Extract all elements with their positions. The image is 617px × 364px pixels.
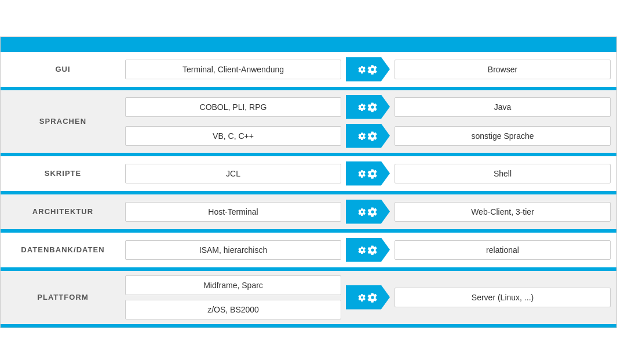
- section-content-skripte: JCL Shell: [125, 161, 616, 186]
- section-body-datenbank: DATENBANK/DATEN ISAM, hierarchisch relat…: [1, 233, 616, 267]
- section-body-sprachen: SPRACHEN COBOL, PLI, RPG Java VB, C, C++: [1, 90, 616, 153]
- section-label-sprachen: SPRACHEN: [1, 117, 125, 126]
- to-box-architektur-0: Web-Client, 3-tier: [395, 202, 611, 222]
- migration-row-architektur-0: Host-Terminal Web-Client, 3-tier: [125, 200, 611, 224]
- section-label-gui: GUI: [1, 65, 125, 73]
- from-box-plattform-0: Midframe, Sparc: [125, 275, 341, 295]
- from-box-skripte-0: JCL: [125, 164, 341, 183]
- gear-icon: [358, 207, 378, 217]
- to-box-sprachen-1: sonstige Sprache: [395, 126, 611, 146]
- migration-row-datenbank-0: ISAM, hierarchisch relational: [125, 238, 611, 262]
- multi-right: Server (Linux, ...): [395, 288, 611, 307]
- table-header: [1, 37, 616, 49]
- to-box-datenbank-0: relational: [395, 240, 611, 260]
- section-content-sprachen: COBOL, PLI, RPG Java VB, C, C++: [125, 95, 616, 148]
- arrow-icon: [346, 124, 390, 148]
- arrow-icon: [346, 200, 390, 224]
- section-body-skripte: SKRIPTE JCL Shell: [1, 156, 616, 191]
- multi-content-plattform: Midframe, Sparc z/OS, BS2000 Server (Lin…: [125, 275, 616, 319]
- section-body-plattform: PLATTFORM Midframe, Sparc z/OS, BS2000 S…: [1, 271, 616, 324]
- to-box-sprachen-0: Java: [395, 97, 611, 117]
- arrow-icon: [346, 238, 390, 262]
- from-box-sprachen-0: COBOL, PLI, RPG: [125, 97, 341, 117]
- from-box-architektur-0: Host-Terminal: [125, 202, 341, 222]
- from-box-gui-0: Terminal, Client-Anwendung: [125, 60, 341, 79]
- section-content-architektur: Host-Terminal Web-Client, 3-tier: [125, 200, 616, 224]
- migration-row-gui-0: Terminal, Client-Anwendung Browser: [125, 57, 611, 82]
- from-box-sprachen-1: VB, C, C++: [125, 126, 341, 146]
- migration-table: GUI Terminal, Client-Anwendung Browser S…: [0, 36, 617, 328]
- from-box-plattform-1: z/OS, BS2000: [125, 300, 341, 319]
- section-body-architektur: ARCHITEKTUR Host-Terminal Web-Client, 3-…: [1, 194, 616, 229]
- section-label-skripte: SKRIPTE: [1, 169, 125, 178]
- migration-row-sprachen-1: VB, C, C++ sonstige Sprache: [125, 124, 611, 148]
- section-label-architektur: ARCHITEKTUR: [1, 207, 125, 216]
- to-box-plattform: Server (Linux, ...): [395, 288, 611, 307]
- gear-icon: [358, 64, 378, 75]
- section-label-plattform: PLATTFORM: [1, 293, 125, 302]
- arrow-icon: [346, 285, 390, 310]
- from-box-datenbank-0: ISAM, hierarchisch: [125, 240, 341, 260]
- gear-icon: [358, 102, 378, 112]
- arrow-icon: [346, 161, 390, 186]
- migration-row-skripte-0: JCL Shell: [125, 161, 611, 186]
- to-box-skripte-0: Shell: [395, 164, 611, 183]
- section-label-datenbank: DATENBANK/DATEN: [1, 245, 125, 254]
- migration-row-sprachen-0: COBOL, PLI, RPG Java: [125, 95, 611, 119]
- arrow-icon: [346, 57, 390, 82]
- arrow-icon: [346, 95, 390, 119]
- section-content-datenbank: ISAM, hierarchisch relational: [125, 238, 616, 262]
- gear-icon: [358, 292, 378, 303]
- section-content-gui: Terminal, Client-Anwendung Browser: [125, 57, 616, 82]
- multi-left: Midframe, Sparc z/OS, BS2000: [125, 275, 341, 319]
- gear-icon: [358, 131, 378, 141]
- gear-icon: [358, 168, 378, 179]
- section-body-gui: GUI Terminal, Client-Anwendung Browser: [1, 52, 616, 87]
- gear-icon: [358, 245, 378, 255]
- to-box-gui-0: Browser: [395, 60, 611, 79]
